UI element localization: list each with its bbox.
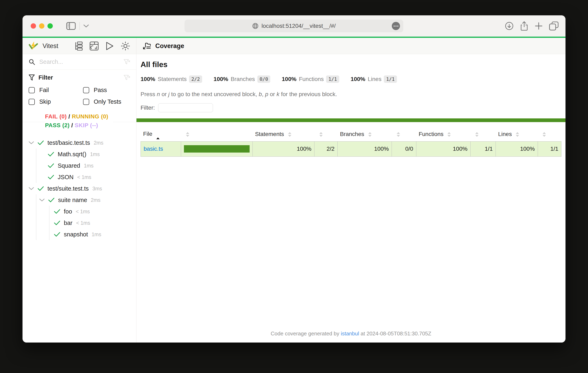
sort-both-icon <box>368 132 372 137</box>
tab-overview-icon[interactable] <box>549 21 558 31</box>
page-settings-icon[interactable] <box>392 22 400 30</box>
pass-check-icon <box>38 140 44 145</box>
chevron-down-icon[interactable] <box>84 24 89 28</box>
column-header-lines[interactable]: Lines <box>496 127 538 141</box>
zoom-window-button[interactable] <box>47 23 53 29</box>
chevron-down-icon[interactable] <box>29 187 34 190</box>
tree-item-duration: 1ms <box>92 231 101 238</box>
coverage-stats: 100% Statements 2/2 100% Branches 0/0 10… <box>136 75 566 83</box>
tree-item-snapshot[interactable]: snapshot 1ms <box>54 229 130 240</box>
checkbox-skip[interactable]: Skip <box>29 98 83 105</box>
column-sorter-functions-frac[interactable] <box>470 127 495 141</box>
tree-item-math-sqrt[interactable]: Math.sqrt() 1ms <box>48 148 130 160</box>
checkbox-fail-box[interactable] <box>29 87 35 93</box>
search-input[interactable] <box>39 59 119 65</box>
theme-toggle-sun-icon[interactable] <box>121 41 130 51</box>
sort-both-icon <box>319 132 323 137</box>
lines-frac-cell: 1/1 <box>538 141 561 156</box>
coverage-table: File Statements <box>141 127 561 157</box>
tree-item-label: suite name <box>58 197 87 204</box>
tree-item-duration: 3ms <box>92 186 102 192</box>
clear-search-filter-icon[interactable] <box>124 59 130 65</box>
tree-item-label: snapshot <box>64 231 88 238</box>
browser-toolbar: localhost:51204/__vitest__/#/ <box>22 15 566 37</box>
collapse-tests-icon[interactable] <box>74 41 83 51</box>
close-window-button[interactable] <box>31 23 36 29</box>
istanbul-link[interactable]: istanbul <box>341 331 359 337</box>
column-header-file[interactable]: File <box>141 127 181 141</box>
column-sorter-branches-frac[interactable] <box>392 127 416 141</box>
filter-title: Filter <box>39 74 53 81</box>
stat-fraction-badge: 2/2 <box>189 75 202 83</box>
checkbox-pass-label: Pass <box>94 87 107 93</box>
tree-item-json[interactable]: JSON < 1ms <box>48 171 130 183</box>
sort-both-icon <box>186 132 189 137</box>
sort-both-icon <box>288 132 291 137</box>
downloads-icon[interactable] <box>505 21 514 31</box>
pass-check-icon <box>54 220 60 225</box>
coverage-report-icon <box>143 42 151 50</box>
tree-item-duration: 2ms <box>94 140 103 146</box>
sort-both-icon <box>397 132 400 137</box>
tree-item-duration: 2ms <box>91 197 100 203</box>
column-sorter-bar[interactable] <box>181 127 253 141</box>
sidebar-toggle-icon[interactable] <box>66 22 76 30</box>
chevron-down-icon[interactable] <box>29 141 34 144</box>
tree-item-squared[interactable]: Squared 1ms <box>48 160 130 171</box>
url-text: localhost:51204/__vitest__/#/ <box>262 23 336 29</box>
coverage-title: Coverage <box>155 42 184 50</box>
file-filter-input[interactable] <box>158 103 213 112</box>
stat-fraction-badge: 0/0 <box>257 75 271 83</box>
checkbox-pass-box[interactable] <box>83 87 89 93</box>
pass-count: PASS (2) <box>45 122 70 128</box>
browser-window: localhost:51204/__vitest__/#/ <box>22 15 566 342</box>
funnel-icon <box>29 74 35 81</box>
stat-lines: 100% Lines 1/1 <box>351 75 397 83</box>
column-sorter-statements-frac[interactable] <box>315 127 337 141</box>
column-header-functions[interactable]: Functions <box>416 127 470 141</box>
search-icon <box>29 59 35 65</box>
sort-both-icon <box>516 132 519 137</box>
tree-item-label: JSON <box>58 174 74 181</box>
sort-both-icon <box>475 132 479 137</box>
globe-icon <box>252 23 259 29</box>
chevron-down-icon[interactable] <box>39 198 45 202</box>
table-header-row: File Statements <box>141 127 561 141</box>
share-icon[interactable] <box>520 21 528 31</box>
tree-item-label: Squared <box>58 162 80 169</box>
coverage-panel: Coverage All files 100% Statements 2/2 1… <box>136 38 566 342</box>
clear-filters-icon[interactable] <box>124 75 130 81</box>
tree-item-suite-test-file[interactable]: test/suite.test.ts 3ms <box>29 183 130 194</box>
address-bar[interactable]: localhost:51204/__vitest__/#/ <box>185 20 403 32</box>
tree-item-foo[interactable]: foo < 1ms <box>54 206 130 217</box>
checkbox-skip-box[interactable] <box>29 99 35 105</box>
dashboard-icon[interactable] <box>90 41 99 51</box>
sort-both-icon <box>543 132 546 137</box>
coverage-header: Coverage <box>136 38 566 54</box>
checkbox-fail[interactable]: Fail <box>29 87 83 93</box>
tree-item-suite-name[interactable]: suite name 2ms <box>39 194 130 206</box>
column-sorter-lines-frac[interactable] <box>538 127 561 141</box>
sort-both-icon <box>447 132 451 137</box>
file-link-basic-ts[interactable]: basic.ts <box>144 145 163 152</box>
checkbox-skip-label: Skip <box>39 98 51 105</box>
keyboard-hint: Press n or j to go to the next uncovered… <box>136 91 566 98</box>
minimize-window-button[interactable] <box>39 23 44 29</box>
tree-item-basic-test-file[interactable]: test/basic.test.ts 2ms <box>29 137 130 148</box>
coverage-bar-cell <box>181 141 253 156</box>
branches-frac-cell: 0/0 <box>392 141 416 156</box>
checkbox-only-tests[interactable]: Only Tests <box>83 98 130 105</box>
checkbox-only-tests-box[interactable] <box>83 99 89 105</box>
pass-check-icon <box>48 163 54 168</box>
pass-check-icon <box>54 209 60 214</box>
new-tab-icon[interactable] <box>535 22 543 30</box>
vitest-logo-icon <box>29 41 38 51</box>
checkbox-pass[interactable]: Pass <box>83 87 130 93</box>
column-header-branches[interactable]: Branches <box>337 127 392 141</box>
column-header-statements[interactable]: Statements <box>252 127 314 141</box>
skip-count: SKIP (--) <box>75 122 98 128</box>
tree-item-bar[interactable]: bar < 1ms <box>54 217 130 229</box>
filter-section: Filter Fail Pass <box>22 70 136 110</box>
run-all-icon[interactable] <box>105 41 114 51</box>
branches-pct-cell: 100% <box>337 141 392 156</box>
